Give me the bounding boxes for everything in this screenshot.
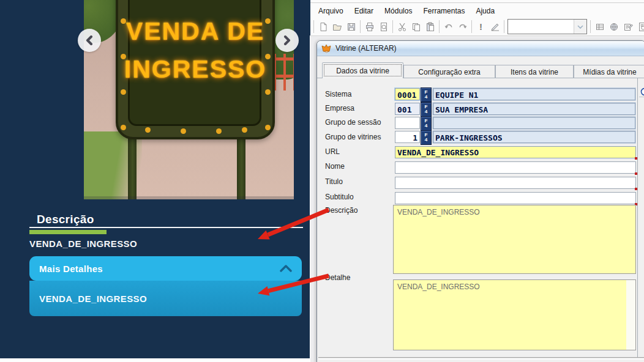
empresa-lookup-button[interactable]: F4 (421, 102, 432, 117)
toolbar-combobox-input[interactable] (508, 20, 574, 34)
descricao-textarea[interactable]: VENDA_DE_INGRESSO (393, 205, 636, 274)
menu-modulos[interactable]: Módulos (379, 6, 417, 17)
bottom-divider (318, 357, 644, 360)
tab-configuracao-extra[interactable]: Configuração extra (403, 65, 495, 78)
app-fox-icon (321, 44, 332, 53)
section-title: Descrição (37, 213, 94, 226)
undo-icon[interactable] (441, 20, 455, 34)
combobox-dropdown-button[interactable] (574, 20, 586, 34)
label-empresa: Empresa (325, 104, 354, 113)
marquee-sign: VENDA DE INGRESSO (116, 0, 275, 139)
copy-icon[interactable] (409, 20, 423, 34)
page-footer-strip (0, 358, 310, 362)
url-input[interactable] (395, 146, 636, 158)
paste-icon[interactable] (423, 20, 437, 34)
detalhe-textarea[interactable]: VENDA_DE_INGRESSO (393, 279, 636, 350)
toolbar-separator (360, 20, 361, 33)
app-chrome: Arquivo Editar Módulos Ferramentas Ajuda (310, 0, 644, 36)
section-highlight-bar (29, 230, 107, 234)
label-descricao: Descrição (325, 206, 358, 215)
tab-midias-da-vitrine[interactable]: Mídias da vitrine (574, 65, 644, 78)
clock-icon-partial (639, 87, 644, 96)
sign-text: VENDA DE INGRESSO (118, 12, 272, 88)
titulo-input[interactable] (395, 177, 636, 189)
sistema-lookup-button[interactable]: F4 (421, 87, 432, 102)
vitrine-window: Vitrine (ALTERAR) Dados da vitrine Confi… (316, 40, 644, 362)
chevron-down-icon (577, 25, 583, 29)
toolbar-separator (590, 20, 591, 33)
chevron-up-icon (280, 265, 292, 272)
empresa-code-input[interactable] (395, 103, 420, 115)
open-folder-icon[interactable] (330, 20, 344, 34)
carousel-prev-button[interactable] (78, 29, 101, 52)
description-text: VENDA_DE_INGRESSO (29, 238, 137, 249)
more-details-toggle[interactable]: Mais Detalhes (29, 256, 302, 281)
carousel-next-button[interactable] (275, 29, 299, 52)
redo-icon[interactable] (455, 20, 470, 34)
label-subtitulo: Subtitulo (325, 193, 354, 201)
section-divider (29, 227, 303, 228)
print-icon[interactable] (362, 20, 376, 34)
label-detalhe: Detalhe (325, 273, 350, 282)
cut-icon[interactable] (395, 20, 409, 34)
toolbar-separator (313, 20, 314, 33)
toolbar: ! (312, 18, 644, 35)
label-sistema: Sistema (325, 90, 351, 98)
menu-editar[interactable]: Editar (349, 6, 379, 17)
more-details-body: VENDA_DE_INGRESSO (29, 281, 302, 316)
label-grupo-vitrines: Grupo de vitrines (325, 133, 381, 141)
image-bottom-edge (84, 196, 294, 199)
grupo-vitrines-code-input[interactable] (395, 131, 420, 143)
chevron-left-icon (85, 35, 94, 45)
label-url: URL (325, 147, 340, 156)
toolbar-separator (392, 20, 393, 33)
panel-divider (637, 78, 638, 358)
tab-itens-da-vitrine[interactable]: Itens da vitrine (495, 65, 574, 78)
more-details-label: Mais Detalhes (39, 264, 103, 274)
tab-dados-da-vitrine[interactable]: Dados da vitrine (322, 62, 403, 78)
window-titlebar[interactable]: Vitrine (ALTERAR) (317, 41, 644, 56)
nome-input[interactable] (395, 161, 636, 174)
table-icon[interactable] (593, 20, 607, 34)
web-document-icon[interactable] (607, 20, 621, 34)
subtitulo-input[interactable] (395, 192, 636, 204)
menu-ajuda[interactable]: Ajuda (470, 6, 500, 17)
application-window: Arquivo Editar Módulos Ferramentas Ajuda (310, 0, 644, 362)
window-title: Vitrine (ALTERAR) (335, 44, 397, 53)
toolbar-separator (471, 20, 472, 33)
empresa-name-field (433, 103, 635, 115)
save-icon[interactable] (344, 20, 358, 34)
right-panel-line (639, 97, 644, 97)
window-edge-line (310, 2, 644, 3)
grupo-vitrines-lookup-button[interactable]: F4 (421, 130, 432, 145)
chevron-right-icon (283, 35, 291, 45)
menu-arquivo[interactable]: Arquivo (313, 6, 349, 17)
webpage-panel: VENDA DE INGRESSO Descrição VENDA_DE_ING… (0, 0, 310, 362)
hero-image: VENDA DE INGRESSO (84, 0, 294, 199)
sign-line1: VENDA DE (118, 12, 272, 50)
screenshot-stage: VENDA DE INGRESSO Descrição VENDA_DE_ING… (0, 0, 644, 362)
report-preview-icon[interactable] (635, 20, 644, 34)
sistema-name-field (433, 88, 635, 100)
toolbar-separator (439, 20, 440, 33)
menu-ferramentas[interactable]: Ferramentas (417, 6, 470, 17)
grupo-vitrines-name-field (433, 131, 635, 143)
label-grupo-sessao: Grupo de sessão (325, 118, 381, 127)
grupo-sessao-code-input[interactable] (395, 117, 420, 129)
validate-icon[interactable]: ! (474, 20, 488, 34)
grupo-sessao-name-field (433, 117, 635, 129)
tab-strip: Dados da vitrine Configuração extra Iten… (322, 62, 644, 78)
design-pen-icon[interactable] (488, 20, 502, 34)
toolbar-separator (504, 20, 504, 33)
toolbar-combobox[interactable] (507, 19, 587, 34)
print-preview-icon[interactable] (376, 20, 391, 34)
menu-bar: Arquivo Editar Módulos Ferramentas Ajuda (313, 5, 500, 17)
properties-icon[interactable] (621, 20, 635, 34)
grupo-sessao-lookup-button[interactable]: F4 (421, 116, 432, 131)
label-nome: Nome (325, 162, 345, 171)
more-details-value: VENDA_DE_INGRESSO (39, 294, 147, 304)
sistema-code-input[interactable] (395, 88, 420, 100)
label-titulo: Titulo (325, 177, 343, 186)
sign-line2: INGRESSO (118, 50, 272, 88)
new-document-icon[interactable] (316, 20, 330, 34)
